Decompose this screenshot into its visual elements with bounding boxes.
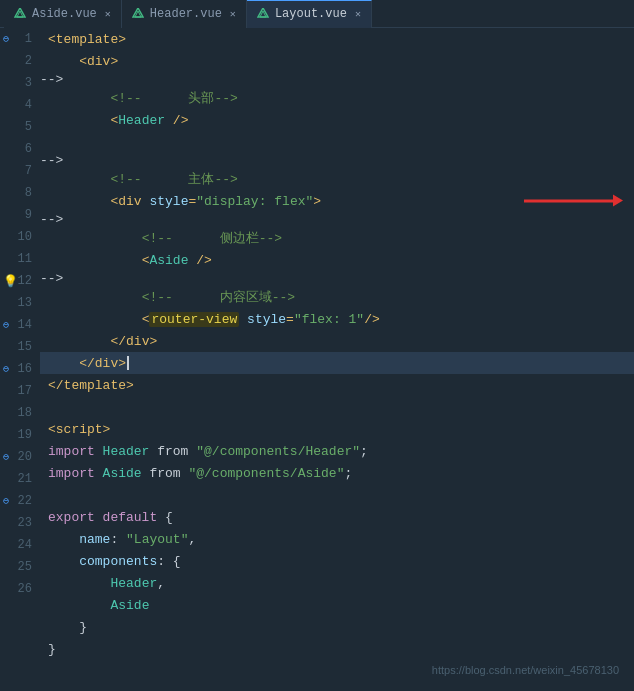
code-line-26: } (40, 638, 634, 660)
code-content: <template> <div> --> <!-- 头部--> <Header … (40, 28, 634, 691)
code-line-18: import Aside from "@/components/Aside"; (40, 462, 634, 484)
code-line-11: <router-view style="flex: 1"/> (40, 308, 634, 330)
gutter-20[interactable]: ⊖ 20 (0, 446, 40, 468)
fold-icon-1[interactable]: ⊖ (3, 33, 9, 45)
code-line-1: <template> (40, 28, 634, 50)
gutter-25: 25 (0, 556, 40, 578)
tab-header[interactable]: Header.vue ✕ (122, 0, 247, 28)
code-line-7: <div style="display: flex"> (40, 190, 634, 212)
tab-aside[interactable]: Aside.vue ✕ (4, 0, 122, 28)
code-line-3: <!-- 头部--> (40, 87, 634, 109)
svg-marker-2 (133, 8, 143, 17)
code-line-4: <Header /> (40, 109, 634, 131)
code-line-12: </div> (40, 330, 634, 352)
code-line-14: </template> (40, 374, 634, 396)
gutter-19: 19 (0, 424, 40, 446)
fold-icon-20[interactable]: ⊖ (3, 451, 9, 463)
gutter-4: 4 (0, 94, 40, 116)
code-line-13: </div> (40, 352, 634, 374)
gutter-21: 21 (0, 468, 40, 490)
gutter-8: 8 (0, 182, 40, 204)
code-line-9: <Aside /> (40, 249, 634, 271)
fold-icon-14[interactable]: ⊖ (3, 319, 9, 331)
code-line-5 (40, 131, 634, 153)
code-line-2: <div> (40, 50, 634, 72)
code-line-16: <script> (40, 418, 634, 440)
gutter-13: 13 (0, 292, 40, 314)
vue-icon-layout (257, 8, 269, 20)
watermark: https://blog.csdn.net/weixin_45678130 (432, 664, 619, 676)
code-line-15 (40, 396, 634, 418)
tab-layout[interactable]: Layout.vue ✕ (247, 0, 372, 28)
gutter-22[interactable]: ⊖ 22 (0, 490, 40, 512)
gutter-14[interactable]: ⊖ 14 (0, 314, 40, 336)
gutter-3: 3 (0, 72, 40, 94)
editor: ⊖ 1 2 3 4 5 6 7 8 9 10 11 💡 12 13 ⊖ 14 1… (0, 28, 634, 691)
gutter-16[interactable]: ⊖ 16 (0, 358, 40, 380)
gutter-1[interactable]: ⊖ 1 (0, 28, 40, 50)
fold-icon-16[interactable]: ⊖ (3, 363, 9, 375)
code-line-21: name: "Layout", (40, 528, 634, 550)
svg-marker-4 (258, 8, 268, 17)
code-line-20: export default { (40, 506, 634, 528)
tab-aside-close[interactable]: ✕ (105, 8, 111, 20)
arrow-annotation (524, 200, 614, 203)
code-line-23: Header, (40, 572, 634, 594)
cursor (127, 356, 129, 370)
code-line-6: <!-- 主体--> (40, 168, 634, 190)
gutter-11: 11 (0, 248, 40, 270)
gutter-24: 24 (0, 534, 40, 556)
gutter-5: 5 (0, 116, 40, 138)
gutter-17: 17 (0, 380, 40, 402)
tab-bar: Aside.vue ✕ Header.vue ✕ Layout.vue ✕ (0, 0, 634, 28)
code-line-8: <!-- 侧边栏--> (40, 227, 634, 249)
gutter-7: 7 (0, 160, 40, 182)
bulb-icon[interactable]: 💡 (3, 274, 18, 289)
gutter-23: 23 (0, 512, 40, 534)
tab-layout-label: Layout.vue (275, 7, 347, 21)
gutter-10: 10 (0, 226, 40, 248)
gutter-15: 15 (0, 336, 40, 358)
gutter-26: 26 (0, 578, 40, 600)
tab-header-label: Header.vue (150, 7, 222, 21)
code-line-10: <!-- 内容区域--> (40, 286, 634, 308)
tab-header-close[interactable]: ✕ (230, 8, 236, 20)
vue-icon (14, 8, 26, 20)
code-line-19 (40, 484, 634, 506)
tab-layout-close[interactable]: ✕ (355, 8, 361, 20)
gutter-2: 2 (0, 50, 40, 72)
code-line-25: } (40, 616, 634, 638)
tab-aside-label: Aside.vue (32, 7, 97, 21)
fold-icon-22[interactable]: ⊖ (3, 495, 9, 507)
code-line-22: components: { (40, 550, 634, 572)
code-line-24: Aside (40, 594, 634, 616)
gutter: ⊖ 1 2 3 4 5 6 7 8 9 10 11 💡 12 13 ⊖ 14 1… (0, 28, 40, 691)
gutter-9: 9 (0, 204, 40, 226)
gutter-18: 18 (0, 402, 40, 424)
gutter-12: 💡 12 (0, 270, 40, 292)
gutter-6: 6 (0, 138, 40, 160)
vue-icon-header (132, 8, 144, 20)
code-line-17: import Header from "@/components/Header"… (40, 440, 634, 462)
svg-marker-0 (15, 8, 25, 17)
